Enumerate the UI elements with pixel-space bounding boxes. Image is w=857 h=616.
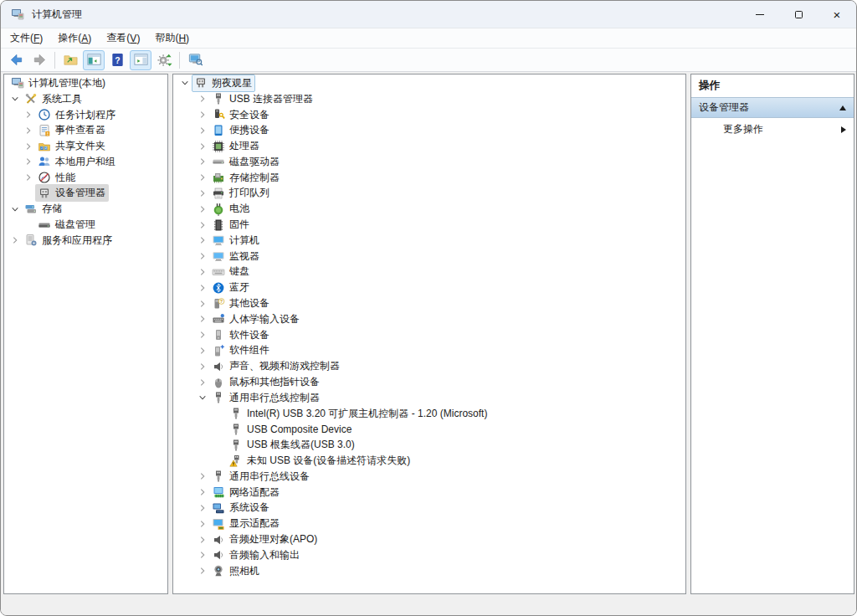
task-scheduler-icon xyxy=(38,108,51,121)
menu-action[interactable]: 操作(A) xyxy=(50,28,99,48)
chevron-collapsed-icon[interactable] xyxy=(22,108,35,121)
tree-item-network-adapter[interactable]: 网络适配器 xyxy=(173,485,685,501)
chevron-collapsed-icon[interactable] xyxy=(196,140,209,153)
indent xyxy=(173,177,196,178)
export-list-button[interactable] xyxy=(59,50,81,70)
menu-help[interactable]: 帮助(H) xyxy=(147,28,197,48)
tree-item-portable-device[interactable]: 便携设备 xyxy=(173,122,685,138)
tree-item-audio[interactable]: 音频处理对象(APO) xyxy=(173,531,685,547)
tree-item-security-device[interactable]: 安全设备 xyxy=(173,107,685,123)
tree-item-usb[interactable]: Intel(R) USB 3.20 可扩展主机控制器 - 1.20 (Micro… xyxy=(173,406,685,422)
chevron-collapsed-icon[interactable] xyxy=(196,564,209,578)
chevron-expanded-icon[interactable] xyxy=(178,76,192,90)
tree-item-usb[interactable]: USB Composite Device xyxy=(173,422,685,438)
tree-item-software-component[interactable]: 软件组件 xyxy=(173,343,685,359)
close-button[interactable]: × xyxy=(818,1,856,28)
tree-item-usb[interactable]: USB 连接器管理器 xyxy=(173,91,685,107)
tree-item-device-manager[interactable]: 设备管理器 xyxy=(4,186,167,202)
tree-item-services[interactable]: 服务和应用程序 xyxy=(4,233,167,249)
tree-item-event-viewer[interactable]: 事件查看器 xyxy=(4,122,167,138)
tree-item-usb-warning[interactable]: 未知 USB 设备(设备描述符请求失败) xyxy=(173,453,685,469)
chevron-expanded-icon[interactable] xyxy=(196,391,209,404)
chevron-collapsed-icon[interactable] xyxy=(196,265,209,279)
chevron-collapsed-icon[interactable] xyxy=(196,376,209,389)
chevron-collapsed-icon[interactable] xyxy=(8,234,22,247)
tree-item-computer-root[interactable]: 朔夜观星 xyxy=(173,75,685,91)
tree-item-computer[interactable]: 计算机 xyxy=(173,233,685,249)
chevron-collapsed-icon[interactable] xyxy=(196,344,209,357)
tree-item-display-adapter[interactable]: 显示适配器 xyxy=(173,516,685,531)
tree-item-audio[interactable]: 声音、视频和游戏控制器 xyxy=(173,358,685,374)
chevron-collapsed-icon[interactable] xyxy=(196,548,209,562)
tree-item-disk-drive[interactable]: 磁盘驱动器 xyxy=(173,154,685,170)
tree-item-camera[interactable]: 照相机 xyxy=(173,563,685,579)
tree-item-task-scheduler[interactable]: 任务计划程序 xyxy=(4,107,167,123)
chevron-collapsed-icon[interactable] xyxy=(196,203,209,216)
remote-computer-button[interactable] xyxy=(184,50,206,70)
tree-item-shared-folders[interactable]: 22共享文件夹 xyxy=(4,138,167,154)
chevron-collapsed-icon[interactable] xyxy=(196,501,209,515)
chevron-collapsed-icon[interactable] xyxy=(22,155,35,168)
chevron-collapsed-icon[interactable] xyxy=(196,297,209,311)
chevron-collapsed-icon[interactable] xyxy=(196,360,209,373)
indent xyxy=(173,99,196,100)
maximize-button[interactable] xyxy=(779,1,818,28)
tree-item-computer-mgmt[interactable]: 计算机管理(本地) xyxy=(4,75,167,91)
chevron-collapsed-icon[interactable] xyxy=(196,312,209,326)
tree-item-keyboard[interactable]: 键盘 xyxy=(173,264,685,280)
chevron-collapsed-icon[interactable] xyxy=(22,124,35,137)
tree-item-system-tools[interactable]: 系统工具 xyxy=(4,91,167,107)
chevron-collapsed-icon[interactable] xyxy=(196,155,209,168)
chevron-collapsed-icon[interactable] xyxy=(196,171,209,184)
tree-item-local-users[interactable]: 本地用户和组 xyxy=(4,154,167,170)
tree-item-label: 朔夜观星 xyxy=(212,76,252,90)
forward-button[interactable] xyxy=(28,50,50,70)
chevron-collapsed-icon[interactable] xyxy=(196,533,209,547)
tree-item-hid[interactable]: 人体学输入设备 xyxy=(173,311,685,327)
tree-item-software-device[interactable]: 软件设备 xyxy=(173,327,685,343)
chevron-expanded-icon[interactable] xyxy=(8,92,22,105)
minimize-button[interactable] xyxy=(741,1,779,28)
tree-item-firmware[interactable]: 固件 xyxy=(173,217,685,233)
tree-item-monitor[interactable]: 监视器 xyxy=(173,249,685,264)
tree-item-battery[interactable]: 电池 xyxy=(173,201,685,217)
chevron-expanded-icon[interactable] xyxy=(8,203,22,216)
show-action-pane-button[interactable] xyxy=(130,50,151,70)
tree-item-storage-group[interactable]: 存储 xyxy=(4,201,167,217)
chevron-collapsed-icon[interactable] xyxy=(196,281,209,295)
chevron-collapsed-icon[interactable] xyxy=(196,485,209,499)
chevron-collapsed-icon[interactable] xyxy=(196,234,209,247)
tree-item-system-device[interactable]: 系统设备 xyxy=(173,501,685,516)
tree-item-usb[interactable]: 通用串行总线控制器 xyxy=(173,390,685,406)
chevron-collapsed-icon[interactable] xyxy=(196,249,209,263)
menu-view[interactable]: 查看(V) xyxy=(99,28,147,48)
chevron-collapsed-icon[interactable] xyxy=(196,517,209,531)
tree-item-print-queue[interactable]: 打印队列 xyxy=(173,186,685,202)
chevron-collapsed-icon[interactable] xyxy=(196,470,209,483)
actions-section-device-manager[interactable]: 设备管理器 xyxy=(691,97,854,118)
help-button[interactable]: ? xyxy=(106,50,128,70)
tree-item-usb[interactable]: 通用串行总线设备 xyxy=(173,469,685,485)
chevron-collapsed-icon[interactable] xyxy=(196,218,209,232)
chevron-collapsed-icon[interactable] xyxy=(196,187,209,200)
more-actions[interactable]: 更多操作 xyxy=(691,118,854,141)
tree-item-disk-management[interactable]: 磁盘管理 xyxy=(4,217,167,233)
back-button[interactable] xyxy=(5,50,27,70)
menu-file[interactable]: 文件(F) xyxy=(3,28,50,48)
chevron-collapsed-icon[interactable] xyxy=(196,92,209,105)
chevron-collapsed-icon[interactable] xyxy=(196,124,209,137)
tree-item-bluetooth[interactable]: 蓝牙 xyxy=(173,280,685,295)
tree-item-mouse[interactable]: 鼠标和其他指针设备 xyxy=(173,374,685,390)
tree-item-storage-controller[interactable]: 存储控制器 xyxy=(173,170,685,186)
scan-hardware-changes-button[interactable] xyxy=(153,50,175,70)
tree-item-other-device[interactable]: ?其他设备 xyxy=(173,295,685,311)
tree-item-usb[interactable]: USB 根集线器(USB 3.0) xyxy=(173,437,685,453)
chevron-collapsed-icon[interactable] xyxy=(22,171,35,184)
tree-item-audio[interactable]: 音频输入和输出 xyxy=(173,547,685,563)
chevron-collapsed-icon[interactable] xyxy=(196,108,209,121)
show-console-tree-button[interactable] xyxy=(83,50,105,70)
chevron-collapsed-icon[interactable] xyxy=(22,140,35,153)
chevron-collapsed-icon[interactable] xyxy=(196,328,209,341)
tree-item-performance[interactable]: 性能 xyxy=(4,170,167,186)
tree-item-processor[interactable]: 处理器 xyxy=(173,138,685,154)
